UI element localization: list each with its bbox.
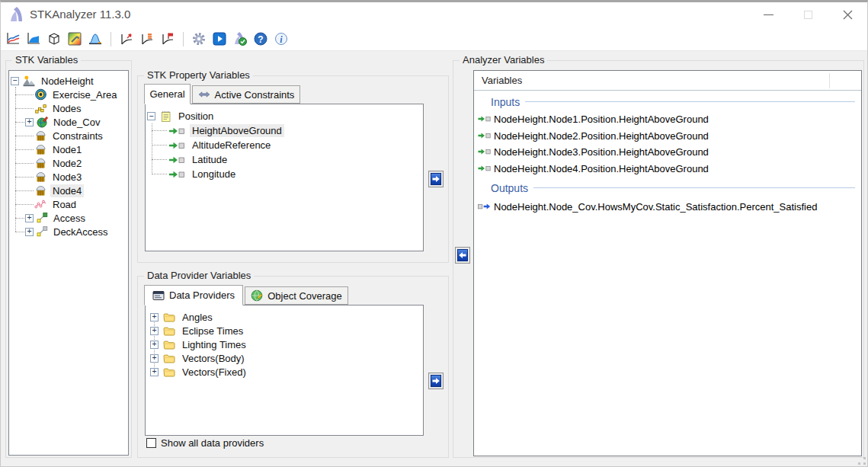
minimize-button[interactable]	[748, 2, 788, 27]
data-provider-tree[interactable]: Angles Eclipse Times Lighting Times Vect…	[145, 305, 424, 436]
right-arrow-icon	[431, 173, 441, 185]
info-icon[interactable]: i	[274, 31, 289, 46]
remove-analyzer-variable-button[interactable]	[455, 247, 470, 264]
tree-item-node4[interactable]: Node4	[9, 184, 128, 197]
facility-icon	[34, 143, 47, 155]
inputs-section-header: Inputs	[491, 95, 855, 108]
resize-grip[interactable]	[858, 457, 866, 465]
expand-expander-icon[interactable]	[25, 214, 34, 222]
maximize-button[interactable]	[788, 2, 828, 27]
input-arrow-icon	[478, 131, 492, 140]
tab-active-constraints[interactable]: Active Constraints	[192, 85, 300, 104]
data-provider-variables-label: Data Provider Variables	[144, 270, 254, 281]
analyzer-variables-list[interactable]: Variables Inputs NodeHeight.Node1.Positi…	[473, 70, 862, 456]
title-bar: STKAnalyzer 11.3.0	[1, 2, 867, 27]
tree-item-vectors-fixed[interactable]: Vectors(Fixed)	[146, 365, 423, 379]
add-data-provider-variable-button[interactable]	[428, 373, 444, 389]
area-graph-icon[interactable]	[26, 31, 41, 46]
tree-item-deckaccess[interactable]: DeckAccess	[9, 225, 128, 238]
input-variable-row[interactable]: NodeHeight.Node1.Position.HeightAboveGro…	[478, 111, 709, 126]
access-icon	[36, 212, 49, 224]
tree-item-node1[interactable]: Node1	[9, 142, 128, 156]
analyzer-variables-group: Analyzer Variables Variables Inputs Node…	[453, 60, 864, 458]
tree-item-lighting-times[interactable]: Lighting Times	[146, 337, 423, 351]
tree-item-nodeheight[interactable]: NodeHeight	[9, 74, 128, 88]
folder-icon	[162, 338, 176, 350]
expand-expander-icon[interactable]	[25, 228, 34, 236]
expand-expander-icon[interactable]	[150, 354, 159, 363]
tree-item-vectors-body[interactable]: Vectors(Body)	[146, 351, 423, 365]
input-variable-row[interactable]: NodeHeight.Node4.Position.HeightAboveGro…	[478, 161, 709, 176]
expand-expander-icon[interactable]	[150, 341, 159, 349]
stk-variables-label: STK Variables	[12, 54, 81, 66]
tree-item-longitude[interactable]: Longitude	[146, 167, 423, 181]
tree-item-node3[interactable]: Node3	[9, 170, 128, 184]
expand-expander-icon[interactable]	[150, 327, 159, 335]
input-arrow-icon	[478, 147, 492, 156]
stk-property-variables-label: STK Property Variables	[144, 69, 253, 81]
cube-3d-icon[interactable]	[46, 31, 62, 46]
input-arrow-icon	[168, 170, 185, 179]
analyzer-variables-label: Analyzer Variables	[460, 54, 547, 66]
tree-item-angles[interactable]: Angles	[146, 310, 423, 324]
facility-icon	[34, 130, 47, 142]
expand-expander-icon[interactable]	[150, 368, 159, 376]
tree-item-position[interactable]: Position	[146, 109, 423, 123]
facility-icon	[34, 184, 47, 197]
collapse-expander-icon[interactable]	[147, 112, 155, 120]
close-button[interactable]	[828, 2, 867, 27]
histogram-icon[interactable]	[88, 31, 103, 46]
right-arrow-icon	[431, 375, 441, 387]
tree-item-latitude[interactable]: Latitude	[146, 152, 423, 167]
facility-icon	[34, 157, 47, 169]
input-arrow-icon	[168, 155, 185, 165]
left-arrow-icon	[457, 249, 468, 261]
input-variable-row[interactable]: NodeHeight.Node3.Position.HeightAboveGro…	[478, 144, 709, 159]
tree-item-nodes[interactable]: Nodes	[9, 101, 128, 115]
tab-object-coverage[interactable]: Object Coverage	[245, 286, 348, 305]
stk-variables-group: STK Variables NodeHeight Exercise_Area N…	[5, 60, 132, 458]
output-variable-row[interactable]: NodeHeight.Node_Cov.HowsMyCov.Static_Sat…	[478, 199, 817, 214]
collapse-expander-icon[interactable]	[11, 77, 19, 85]
input-arrow-icon	[168, 141, 185, 150]
axes-list-icon[interactable]	[139, 31, 155, 46]
settings-gear-icon[interactable]	[191, 31, 207, 46]
input-arrow-icon	[478, 114, 492, 123]
input-variable-row[interactable]: NodeHeight.Node2.Position.HeightAboveGro…	[478, 128, 709, 143]
input-arrow-icon	[478, 164, 492, 173]
axes-arrow-icon[interactable]	[119, 31, 134, 46]
stk-object-tree[interactable]: NodeHeight Exercise_Area Nodes Node_Cov …	[8, 70, 129, 456]
expand-expander-icon[interactable]	[25, 118, 34, 126]
variables-column-header[interactable]: Variables	[474, 71, 861, 91]
tree-item-exercise-area[interactable]: Exercise_Area	[9, 88, 128, 101]
tree-item-node-cov[interactable]: Node_Cov	[9, 115, 128, 129]
run-play-icon[interactable]	[212, 31, 227, 46]
data-provider-tab-bar: Data Providers Object Coverage	[144, 284, 350, 305]
deck-access-icon	[36, 226, 49, 238]
tree-item-altitudereference[interactable]: AltitudeReference	[146, 138, 423, 152]
folder-icon	[162, 366, 176, 378]
tree-item-constraints[interactable]: Constraints	[9, 129, 128, 142]
swap-arrows-icon	[198, 89, 210, 100]
input-arrow-icon	[168, 126, 185, 136]
expand-expander-icon[interactable]	[150, 313, 159, 321]
axes-flag-icon[interactable]	[160, 31, 175, 46]
tree-item-eclipse-times[interactable]: Eclipse Times	[146, 324, 423, 337]
folder-icon	[162, 311, 176, 323]
tab-general[interactable]: General	[144, 84, 191, 104]
logo-check-icon[interactable]	[232, 31, 248, 46]
globe-pencil-icon	[251, 289, 263, 302]
vgt-plot-icon[interactable]	[67, 31, 82, 46]
stk-property-variables-group: STK Property Variables General Active Co…	[137, 75, 449, 263]
tree-item-access[interactable]: Access	[9, 211, 128, 225]
add-property-variable-button[interactable]	[428, 171, 444, 187]
show-all-data-providers-checkbox[interactable]	[146, 438, 156, 448]
tree-item-heightaboveground[interactable]: HeightAboveGround	[146, 123, 423, 138]
help-icon[interactable]: ?	[253, 31, 268, 46]
tree-item-road[interactable]: Road	[9, 197, 128, 211]
line-graph-icon[interactable]	[5, 31, 21, 46]
tree-item-node2[interactable]: Node2	[9, 156, 128, 170]
tab-data-providers[interactable]: Data Providers	[144, 285, 243, 305]
property-tree[interactable]: Position HeightAboveGround AltitudeRefer…	[145, 104, 424, 251]
toolbar-separator	[111, 32, 111, 46]
